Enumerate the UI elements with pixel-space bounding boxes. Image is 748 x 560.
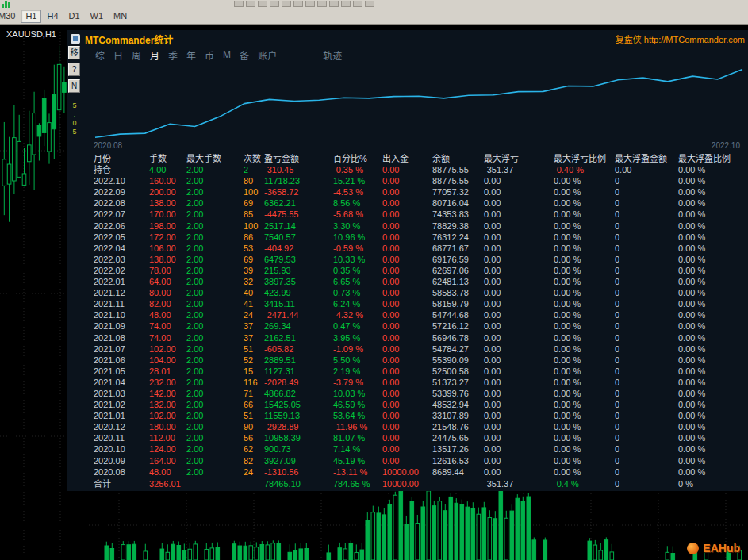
table-cell: 11559.13 <box>264 410 333 421</box>
table-cell: 0.00 <box>382 432 432 443</box>
table-cell: -1310.56 <box>264 466 333 478</box>
table-cell: 0.00 <box>382 186 432 198</box>
table-cell: 2022.09 <box>94 186 149 198</box>
toolbar-icon-fragment[interactable] <box>246 1 255 7</box>
chart-tool-button-0[interactable]: 移 <box>68 46 80 59</box>
table-cell: 0.00 % <box>678 221 748 232</box>
table-cell: 11718.23 <box>264 175 333 186</box>
table-cell: 77057.32 <box>432 186 484 198</box>
table-cell: 10.96 % <box>333 232 382 243</box>
panel-tab-M[interactable]: M <box>223 49 231 60</box>
panel-link[interactable]: 复盘侠 http://MTCommander.com <box>616 33 745 45</box>
chart-tool-button-2[interactable]: N <box>68 79 80 93</box>
table-cell: 48.00 <box>149 309 186 320</box>
table-cell: 0.00 <box>382 332 432 343</box>
chart-tool-button-1[interactable]: ? <box>68 63 80 76</box>
table-cell: 3.30 % <box>333 221 382 232</box>
table-cell: -2028.49 <box>264 377 333 388</box>
table-cell: 0.00 <box>484 410 554 421</box>
timeframe-button-w1[interactable]: W1 <box>86 10 109 23</box>
toolbar-icon-fragment[interactable] <box>234 1 244 7</box>
panel-tab-综[interactable]: 综 <box>95 48 105 62</box>
table-cell: -4.32 % <box>333 309 382 320</box>
table-cell: 86 <box>244 232 264 243</box>
panel-tab-日[interactable]: 日 <box>113 48 123 62</box>
panel-tab-币[interactable]: 币 <box>205 48 214 62</box>
timeframe-button-m30[interactable]: M30 <box>0 10 20 23</box>
table-cell: 0.00 % <box>554 343 615 355</box>
toolbar-icon-fragment[interactable] <box>282 1 291 7</box>
toolbar-icon-fragment[interactable] <box>365 1 374 7</box>
table-cell: 2.00 <box>186 421 244 432</box>
table-cell: 0.00 <box>382 399 432 410</box>
table-cell: 0.73 % <box>333 287 382 298</box>
table-cell: 0.00 <box>484 443 554 455</box>
panel-tab-季[interactable]: 季 <box>168 48 178 62</box>
timeframe-button-h1[interactable]: H1 <box>21 10 41 23</box>
timeframe-button-d1[interactable]: D1 <box>64 10 85 23</box>
table-cell: 0.00 <box>382 243 432 254</box>
table-cell: 次数 <box>244 153 264 164</box>
table-cell: 0.00 <box>484 421 554 432</box>
table-cell: 0 <box>615 320 678 332</box>
toolbar-icon-fragment[interactable] <box>353 1 362 7</box>
timeframe-button-h4[interactable]: H4 <box>42 10 63 23</box>
toolbar-icon-fragment[interactable] <box>317 1 327 7</box>
table-cell: 3415.11 <box>264 298 333 309</box>
table-cell: 0.00 <box>382 388 432 399</box>
table-row: 2021.07102.002.0051-605.82-1.09 %0.00547… <box>67 343 748 355</box>
table-cell: -3.79 % <box>333 377 382 388</box>
table-cell: -310.45 <box>264 164 333 175</box>
table-cell: 8.56 % <box>333 198 382 209</box>
table-cell: 78.00 <box>149 265 186 276</box>
table-cell: 112.00 <box>149 432 186 443</box>
table-cell: 10000.00 <box>382 466 432 478</box>
table-cell: 15 <box>244 366 264 377</box>
table-cell: 78465.10 <box>264 478 333 490</box>
table-cell: 0.00 % <box>554 186 615 198</box>
table-cell: 2021.12 <box>94 287 149 298</box>
toolbar-icon-fragment[interactable] <box>341 1 351 7</box>
panel-tab-周[interactable]: 周 <box>132 48 141 62</box>
panel-tab-轨迹[interactable]: 轨迹 <box>323 48 342 62</box>
table-cell: 2.00 <box>186 221 244 232</box>
panel-header: MTCommander统计 复盘侠 http://MTCommander.com <box>67 30 748 48</box>
table-row: 2021.01102.002.005111559.1353.64 %0.0033… <box>67 410 748 421</box>
table-cell: 2.00 <box>186 276 244 287</box>
table-cell: 0.00 % <box>678 265 748 276</box>
table-cell: 2.00 <box>186 232 244 243</box>
table-cell: 0 <box>615 421 678 432</box>
table-row: 2021.1280.002.0040423.990.73 %0.0058583.… <box>67 287 748 298</box>
table-cell: 0.00 <box>484 287 554 298</box>
table-cell: 0.00 <box>382 254 432 265</box>
toolbar-icon-fragment[interactable] <box>258 1 267 7</box>
table-cell: 2020.12 <box>94 421 149 432</box>
toolbar-icon-fragment[interactable] <box>270 1 279 7</box>
table-cell: 102.00 <box>149 410 186 421</box>
table-cell: 2.00 <box>186 388 244 399</box>
panel-tab-账户[interactable]: 账户 <box>258 48 277 62</box>
panel-icon[interactable] <box>71 34 80 44</box>
timeframe-button-mn[interactable]: MN <box>109 10 132 23</box>
panel-tab-年[interactable]: 年 <box>186 48 196 62</box>
table-cell: 900.73 <box>264 443 333 455</box>
table-cell: 2022.02 <box>94 265 149 276</box>
table-cell: 0 <box>615 309 678 320</box>
toolbar-icon-fragment[interactable] <box>329 1 339 7</box>
table-cell: 0.00 <box>382 232 432 243</box>
table-cell: 0 <box>615 343 678 355</box>
panel-tab-备[interactable]: 备 <box>240 48 249 62</box>
table-cell: 54784.27 <box>432 343 484 355</box>
table-cell: 0.00 <box>382 287 432 298</box>
table-cell: 0.00 % <box>554 265 615 276</box>
table-cell: 2.00 <box>186 243 244 254</box>
chart-window-icon[interactable] <box>2 1 13 8</box>
table-row: 2021.1182.002.00413415.116.24 %0.0058159… <box>67 298 748 309</box>
table-row: 2022.03138.002.00696479.5310.33 %0.00691… <box>67 254 748 265</box>
table-cell: 2022.07 <box>94 209 149 220</box>
table-cell: 2022.03 <box>94 254 149 265</box>
toolbar-icon-fragment[interactable] <box>305 1 315 7</box>
toolbar-icon-fragment[interactable] <box>293 1 303 7</box>
panel-tab-月[interactable]: 月 <box>150 48 159 62</box>
table-cell: 90 <box>244 421 264 432</box>
